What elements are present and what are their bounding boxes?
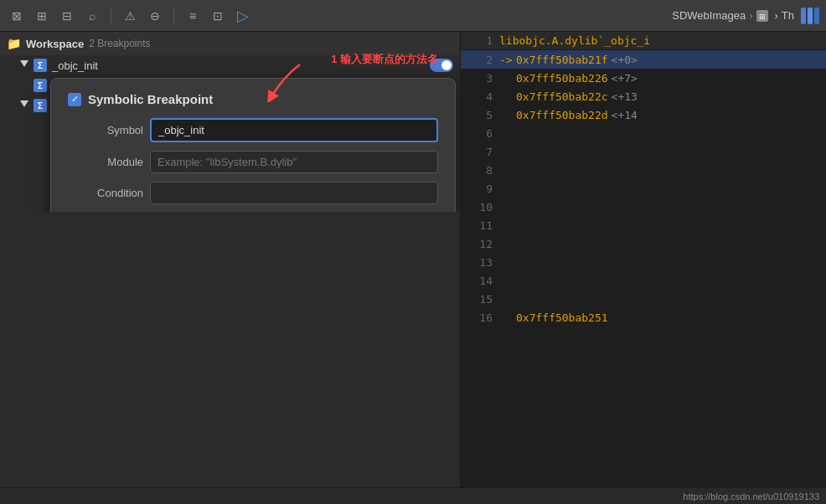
- code-line-2: 2 -> 0x7fff50bab21f <+0>: [461, 50, 826, 69]
- code-line-8: 8: [461, 161, 826, 179]
- code-addr-16: 0x7fff50bab251: [516, 311, 608, 324]
- breakpoints-area: 📁 Workspace 2 Breakpoints Σ _objc_init Σ…: [0, 32, 460, 212]
- breadcrumb-file: ⊞: [756, 8, 771, 23]
- module-row: Module: [68, 151, 438, 173]
- sigma-icon-3: Σ: [34, 99, 47, 112]
- right-panel: 1 libobjc.A.dylib`_objc_i 2 -> 0x7fff50b…: [461, 32, 826, 487]
- popup-header: ✓ Symbolic Breakpoint: [68, 92, 438, 106]
- code-addr-4: 0x7fff50bab22c: [516, 90, 608, 103]
- code-offset-4: <+13: [612, 90, 638, 103]
- toolbar-icon-warning[interactable]: ⚠: [120, 6, 140, 26]
- code-line-9: 9: [461, 179, 826, 198]
- bp-label-1: _objc_init: [52, 59, 98, 72]
- toolbar-divider-2: [173, 8, 174, 24]
- popup-checkbox[interactable]: ✓: [68, 93, 81, 106]
- toolbar-icon-build[interactable]: ⊞: [32, 6, 52, 26]
- expand-triangle-1: [20, 60, 28, 71]
- code-line-10: 10: [461, 198, 826, 216]
- breakpoint-count: 2 Breakpoints: [89, 38, 150, 49]
- toolbar-icon-box[interactable]: ⊡: [208, 6, 228, 26]
- code-line-3: 3 0x7fff50bab226 <+7>: [461, 69, 826, 87]
- code-line-5: 5 0x7fff50bab22d <+14: [461, 105, 826, 124]
- line-num-16: 16: [467, 311, 493, 324]
- toolbar-icon-scheme[interactable]: ⊟: [57, 6, 77, 26]
- toolbar-icon-grid[interactable]: ≡: [183, 6, 203, 26]
- code-area: 1 libobjc.A.dylib`_objc_i 2 -> 0x7fff50b…: [461, 32, 826, 487]
- code-addr-3: 0x7fff50bab226: [516, 72, 608, 85]
- line-num-3: 3: [467, 72, 493, 85]
- code-addr-5: 0x7fff50bab22d: [516, 109, 608, 121]
- code-line-11: 11: [461, 216, 826, 234]
- code-line-6: 6: [461, 124, 826, 142]
- folder-icon: 📁: [7, 37, 21, 50]
- file-label: libobjc.A.dylib`_objc_i: [499, 34, 650, 47]
- status-bar: https://blog.csdn.net/u010919133: [0, 487, 826, 504]
- svg-text:⊞: ⊞: [759, 13, 766, 21]
- line-num-header: 1: [467, 34, 493, 47]
- breadcrumb-chevron: ›: [749, 9, 752, 22]
- line-num-5: 5: [467, 109, 493, 121]
- sigma-icon-2: Σ: [34, 79, 47, 92]
- symbol-row: Symbol: [68, 118, 438, 142]
- condition-label: Condition: [68, 187, 143, 199]
- code-offset-3: <+7>: [612, 72, 638, 85]
- toolbar-activity-viewer: [801, 8, 819, 24]
- code-file-header: 1 libobjc.A.dylib`_objc_i: [461, 32, 826, 50]
- annotation-1: 1 输入要断点的方法名: [331, 52, 438, 67]
- code-line-13: 13: [461, 253, 826, 271]
- breadcrumb-project: SDWebImagea: [672, 9, 746, 22]
- condition-row: Condition: [68, 182, 438, 204]
- code-line-12: 12: [461, 234, 826, 253]
- breadcrumb: SDWebImagea › ⊞ › Th: [672, 8, 794, 23]
- status-url: https://blog.csdn.net/u010919133: [683, 491, 819, 501]
- toolbar-icon-minus[interactable]: ⊖: [145, 6, 165, 26]
- popup-title: Symbolic Breakpoint: [88, 92, 213, 106]
- current-arrow: ->: [499, 54, 516, 66]
- toolbar-icon-run[interactable]: ▷: [233, 6, 253, 26]
- symbol-label: Symbol: [68, 124, 143, 136]
- toolbar-right: SDWebImagea › ⊞ › Th: [672, 8, 819, 24]
- expand-triangle-3: [20, 100, 28, 111]
- toolbar: ⊠ ⊞ ⊟ ⌕ ⚠ ⊖ ≡ ⊡ ▷ SDWebImagea › ⊞ › Th: [0, 0, 826, 32]
- code-line-4: 4 0x7fff50bab22c <+13: [461, 87, 826, 105]
- condition-input[interactable]: [150, 182, 438, 204]
- toolbar-icon-search[interactable]: ⌕: [82, 6, 102, 26]
- code-line-15: 15: [461, 290, 826, 308]
- breadcrumb-separator: ›: [774, 9, 777, 22]
- code-line-16: 16 0x7fff50bab251: [461, 308, 826, 327]
- module-input[interactable]: [150, 151, 438, 173]
- workspace-label: Workspace: [26, 38, 84, 50]
- toolbar-divider-1: [111, 8, 111, 24]
- symbolic-breakpoint-popup: 1 输入要断点的方法名 ✓ Symbolic Breakpoint: [50, 78, 456, 212]
- toolbar-icon-stop[interactable]: ⊠: [7, 6, 27, 26]
- line-num-2: 2: [467, 54, 493, 66]
- line-num-4: 4: [467, 90, 493, 103]
- code-addr-2: 0x7fff50bab21f: [516, 54, 608, 66]
- code-line-14: 14: [461, 271, 826, 290]
- main-area: 📁 Workspace 2 Breakpoints Σ _objc_init Σ…: [0, 32, 826, 487]
- sigma-icon-1: Σ: [34, 59, 47, 72]
- code-line-7: 7: [461, 142, 826, 161]
- breadcrumb-file-name: Th: [782, 9, 794, 22]
- symbol-input[interactable]: [150, 118, 438, 142]
- code-offset-2: <+0>: [612, 54, 638, 66]
- code-offset-5: <+14: [612, 109, 638, 121]
- module-label: Module: [68, 156, 143, 168]
- left-panel: 📁 Workspace 2 Breakpoints Σ _objc_init Σ…: [0, 32, 461, 487]
